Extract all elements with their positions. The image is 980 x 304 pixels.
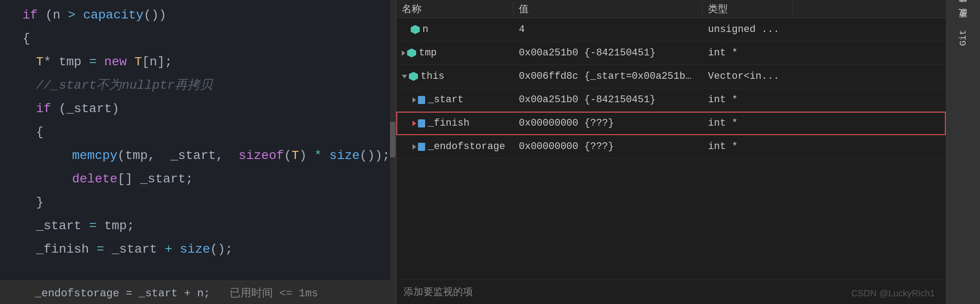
watch-row-_endofstorage[interactable]: _endofstorage 0x00000000 {???} int * xyxy=(396,135,946,159)
watch-name-_endofstorage: _endofstorage xyxy=(396,141,513,152)
watch-value-tmp: 0x00a251b0 {-842150451} xyxy=(513,47,703,59)
lock-icon-_start xyxy=(418,96,425,104)
keyword-if: if xyxy=(23,4,38,27)
cube-icon-this xyxy=(409,72,418,81)
watch-type-n: unsigned ... xyxy=(703,24,793,35)
watch-row-_start[interactable]: _start 0x00a251b0 {-842150451} int * xyxy=(396,88,946,112)
cube-icon-tmp xyxy=(407,49,416,58)
code-editor-panel: if ( n > capacity ()) { T * tmp = new T … xyxy=(0,0,396,304)
watch-name-_start: _start xyxy=(396,94,513,105)
code-line-2: { xyxy=(0,27,395,50)
expand-icon-_endofstorage[interactable] xyxy=(413,144,416,150)
watch-type-tmp: int * xyxy=(703,47,793,59)
watch-row-this[interactable]: this 0x006ffd8c {_start=0x00a251b0 {-...… xyxy=(396,65,946,88)
watch-panel: 名称 值 类型 n 4 unsigned ... xyxy=(396,0,946,304)
right-sidebar: 监视 Git 更改 xyxy=(946,0,980,304)
code-line-10: _start = tmp; xyxy=(0,214,395,238)
watermark: CSDN @LuckyRich1 xyxy=(851,288,935,299)
code-line-6: { xyxy=(0,121,395,144)
lock-icon-_finish xyxy=(418,119,425,127)
code-line-5: if (_start) xyxy=(0,97,395,121)
watch-value-_endofstorage: 0x00000000 {???} xyxy=(513,141,703,152)
scrollbar-track[interactable] xyxy=(390,0,395,304)
status-line-text: _endofstorage = _start + n; 已用时间 <= 1ms xyxy=(9,286,318,300)
col-header-value: 值 xyxy=(513,2,703,16)
expand-icon-tmp[interactable] xyxy=(402,50,405,56)
watch-value-_start: 0x00a251b0 {-842150451} xyxy=(513,94,703,105)
lock-icon-_endofstorage xyxy=(418,143,425,151)
watch-value-_finish: 0x00000000 {???} xyxy=(513,118,703,129)
cube-icon-n xyxy=(411,25,420,34)
expand-icon-_start[interactable] xyxy=(413,97,416,103)
scrollbar-thumb[interactable] xyxy=(390,122,395,158)
watch-table-header: 名称 值 类型 xyxy=(396,0,946,18)
code-content: if ( n > capacity ()) { T * tmp = new T … xyxy=(0,0,395,265)
watch-table: 名称 值 类型 n 4 unsigned ... xyxy=(396,0,946,279)
time-text: 已用时间 <= 1ms xyxy=(230,287,318,299)
status-bar: _endofstorage = _start + n; 已用时间 <= 1ms xyxy=(0,281,395,304)
expand-icon-_finish[interactable] xyxy=(413,121,416,126)
watch-name-tmp: tmp xyxy=(396,47,513,59)
code-line-11: _finish = _start + size (); xyxy=(0,238,395,261)
watch-name-_finish: _finish xyxy=(396,118,513,129)
watch-value-n: 4 xyxy=(513,24,703,35)
col-header-type: 类型 xyxy=(703,2,793,16)
watch-row-tmp[interactable]: tmp 0x00a251b0 {-842150451} int * xyxy=(396,41,946,65)
watch-name-this: this xyxy=(396,71,513,82)
code-line-4: //_start不为nullptr再拷贝 xyxy=(0,74,395,97)
code-line-3: T * tmp = new T [n]; xyxy=(0,50,395,74)
watch-row-_finish[interactable]: _finish 0x00000000 {???} int * xyxy=(396,112,946,135)
watch-value-this: 0x006ffd8c {_start=0x00a251b0 {-... xyxy=(513,71,703,82)
watch-type-_finish: int * xyxy=(703,118,793,129)
watch-type-_endofstorage: int * xyxy=(703,141,793,152)
code-line-7: memcpy (tmp, _start, sizeof ( T ) * size… xyxy=(0,144,395,168)
code-line-8: delete [] _start; xyxy=(0,168,395,191)
sidebar-tab-git[interactable]: Git 更改 xyxy=(953,19,973,51)
col-header-name: 名称 xyxy=(396,2,513,16)
code-line-1: if ( n > capacity ()) xyxy=(0,4,395,27)
watch-row-n[interactable]: n 4 unsigned ... xyxy=(396,18,946,41)
code-line-9: } xyxy=(0,191,395,214)
sidebar-tab-watch[interactable]: 监视 xyxy=(953,5,973,15)
expand-icon-this[interactable] xyxy=(402,75,407,78)
watch-type-this: Vector<in... xyxy=(703,71,793,82)
watch-name-n: n xyxy=(396,24,513,35)
watch-type-_start: int * xyxy=(703,94,793,105)
